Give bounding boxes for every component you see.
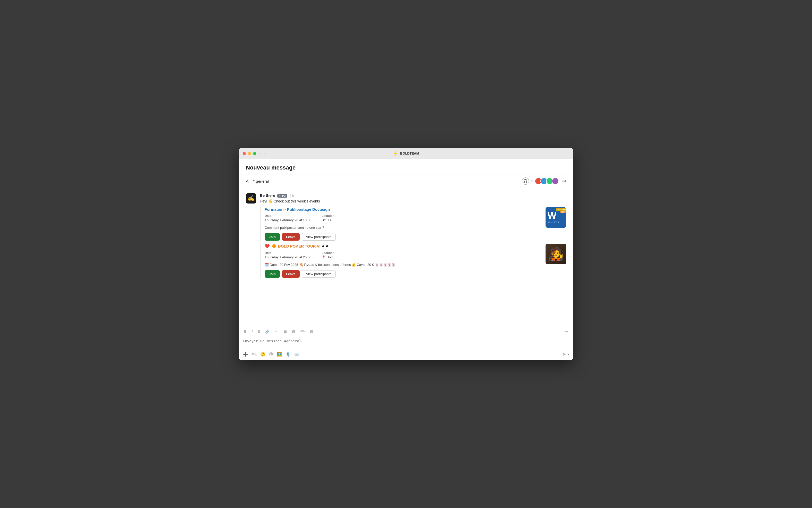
message-item: ✍ Be there APPLI 9 h Hey! 👋 Check out th…: [246, 193, 566, 281]
event-1-title[interactable]: Formation - Publipostage Docusign: [265, 207, 541, 211]
poker-spade-icon: ♠️: [322, 244, 324, 248]
event-2-leave-button[interactable]: Leave: [282, 270, 300, 278]
numbered-button[interactable]: ⊟: [291, 329, 296, 334]
event-2-image: 🧑‍🎤: [545, 244, 566, 264]
event-1-location-value: BOLD: [322, 218, 335, 222]
event-1-date-group: Date: Thursday, February 20 at 10:30: [265, 214, 311, 222]
sender-avatar: ✍: [246, 193, 256, 204]
event-card-1: Formation - Publipostage Docusign Date: …: [260, 207, 566, 241]
page-header: Nouveau message: [239, 159, 573, 174]
word-subtitle: Word 2024: [547, 221, 559, 224]
code-button[interactable]: </>: [299, 329, 305, 334]
poker-heart-icon: ❤️: [265, 244, 270, 249]
message-badge: APPLI: [277, 194, 287, 198]
word-year-badge: 2024: [560, 211, 566, 213]
poker-title: BOLD POKER TOUR VI: [278, 244, 321, 248]
gif-button[interactable]: 🖼️: [277, 352, 282, 357]
page-title: Nouveau message: [246, 164, 295, 171]
text-format-button[interactable]: Aa: [251, 352, 257, 356]
shortcuts-button[interactable]: ⌨️: [294, 352, 299, 357]
message-intro: Hey! 👋 Check out this week's events: [260, 199, 566, 204]
poker-diamond-icon: 🔶: [271, 244, 277, 249]
channel-to: À : # général: [246, 179, 269, 183]
composer-left-actions: ➕ Aa 🙂 @ 🖼️ 🎙️ ⌨️: [243, 352, 299, 357]
message-composer: B I S 🔗 ≔ ☰ ⊟ </> ⊡ ⇔ ➕ Aa 🙂 @ 🖼️: [239, 325, 573, 360]
channel-name[interactable]: # général: [252, 179, 269, 183]
strikethrough-button[interactable]: S: [257, 329, 261, 334]
close-button[interactable]: [243, 152, 246, 155]
event-2-actions: Join Leave View participants: [265, 270, 541, 278]
event-1-details: Date: Thursday, February 20 at 10:30 Loc…: [265, 214, 541, 222]
audio-record-button[interactable]: 🎙️: [286, 352, 291, 357]
location-pin-icon: 📍: [322, 255, 326, 259]
send-button[interactable]: ➤: [562, 351, 566, 357]
message-time: 9 h: [289, 194, 294, 198]
event-2-with-image: ❤️ 🔶 BOLD POKER TOUR VI ♠️ ♣️ Date:: [265, 244, 566, 278]
event-2-inner: ❤️ 🔶 BOLD POKER TOUR VI ♠️ ♣️ Date:: [265, 244, 541, 278]
mention-button[interactable]: @: [269, 352, 273, 356]
event-1-participants-button[interactable]: View participants: [302, 233, 336, 241]
event-1-join-button[interactable]: Join: [265, 233, 280, 241]
event-1-date-label: Date:: [265, 214, 311, 218]
forward-arrow[interactable]: ›: [265, 152, 266, 156]
resize-handle[interactable]: ⇔: [564, 329, 569, 334]
app-title: BOLDTEAM: [400, 152, 419, 155]
event-1-location-group: Location: BOLD: [322, 214, 335, 222]
word-badge: New: [560, 208, 566, 211]
maximize-button[interactable]: [253, 152, 256, 155]
event-2-location-group: Location: 📍 Bold: [322, 251, 335, 259]
link-button[interactable]: 🔗: [264, 329, 271, 334]
to-label: À :: [246, 179, 250, 183]
event-2-meta: 🗓️ Date : 20 Fev 2025 🍕 Pizzas & boisson…: [265, 262, 541, 268]
nav-arrows: ‹ ›: [260, 152, 266, 156]
titlebar: ‹ › ⚡ BOLDTEAM: [239, 148, 573, 159]
send-options-chevron[interactable]: ▾: [568, 352, 569, 356]
bold-button[interactable]: B: [243, 329, 247, 334]
event-2-join-button[interactable]: Join: [265, 270, 280, 278]
composer-bottom: ➕ Aa 🙂 @ 🖼️ 🎙️ ⌨️ ➤ ▾: [243, 351, 569, 357]
unordered-list-button[interactable]: ☰: [282, 329, 288, 334]
message-sender: Be there: [260, 193, 275, 198]
event-card-2: ❤️ 🔶 BOLD POKER TOUR VI ♠️ ♣️ Date:: [260, 244, 566, 278]
italic-button[interactable]: I: [250, 329, 253, 334]
event-2-location-value: 📍 Bold: [322, 255, 335, 259]
audio-icon[interactable]: 🎧: [522, 177, 529, 185]
event-1-image: New 2024 W Word 2024: [545, 207, 566, 228]
traffic-lights: [243, 152, 256, 155]
composer-toolbar: B I S 🔗 ≔ ☰ ⊟ </> ⊡ ⇔: [243, 328, 569, 336]
event-1-location-label: Location:: [322, 214, 335, 218]
poker-person-emoji: 🧑‍🎤: [548, 247, 564, 261]
event-2-location-text: Bold: [327, 255, 333, 259]
block-button[interactable]: ⊡: [309, 329, 314, 334]
event-2-participants-button[interactable]: View participants: [302, 270, 336, 278]
event-1-inner: Formation - Publipostage Docusign Date: …: [265, 207, 541, 241]
message-header: Be there APPLI 9 h: [260, 193, 566, 198]
event-2-date-group: Date: Thursday, February 20 at 20:30: [265, 251, 311, 259]
event-1-date-value: Thursday, February 20 at 10:30: [265, 218, 311, 222]
add-button[interactable]: ➕: [243, 352, 248, 357]
poker-club-icon: ♣️: [326, 244, 329, 248]
avatar-4: [552, 177, 559, 185]
main-window: ‹ › ⚡ BOLDTEAM Nouveau message À : # gén…: [239, 148, 573, 360]
chevron-down-icon[interactable]: ▾: [531, 179, 533, 183]
main-content: Nouveau message À : # général 🎧 ▾ 84: [239, 159, 573, 360]
channel-header: À : # général 🎧 ▾ 84: [239, 174, 573, 188]
titlebar-center: ⚡ BOLDTEAM: [393, 151, 419, 156]
message-input[interactable]: [243, 337, 569, 349]
event-2-location-label: Location:: [322, 251, 335, 255]
minimize-button[interactable]: [248, 152, 251, 155]
event-1-description: Comment publiposter comme une star ?: [265, 225, 541, 230]
event-1-actions: Join Leave View participants: [265, 233, 541, 241]
avatar-stack: [535, 177, 559, 185]
messages-area: ✍ Be there APPLI 9 h Hey! 👋 Check out th…: [239, 188, 573, 325]
event-2-date-value: Thursday, February 20 at 20:30: [265, 255, 311, 259]
member-count: 84: [563, 179, 566, 183]
event-1-leave-button[interactable]: Leave: [282, 233, 300, 241]
back-arrow[interactable]: ‹: [260, 152, 261, 156]
event-2-date-label: Date:: [265, 251, 311, 255]
poker-title-row: ❤️ 🔶 BOLD POKER TOUR VI ♠️ ♣️: [265, 244, 541, 249]
event-1-with-image: Formation - Publipostage Docusign Date: …: [265, 207, 566, 241]
ordered-list-button[interactable]: ≔: [274, 329, 279, 334]
emoji-button[interactable]: 🙂: [260, 352, 266, 357]
event-2-details: Date: Thursday, February 20 at 20:30 Loc…: [265, 251, 541, 259]
